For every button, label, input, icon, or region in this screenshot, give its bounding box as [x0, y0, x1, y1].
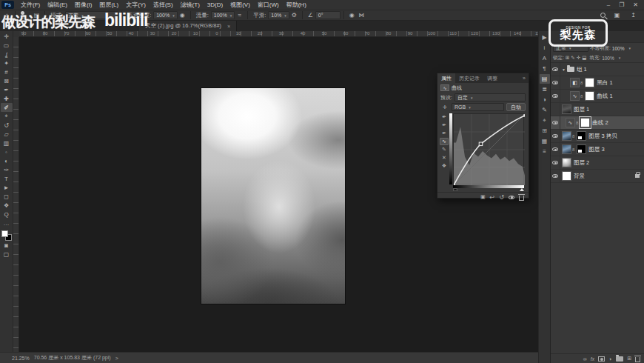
lasso-tool-icon[interactable]: ʆ	[1, 50, 13, 59]
black-white-adjustment-icon[interactable]: ◧	[570, 78, 580, 87]
link-layers-icon[interactable]: ∞	[583, 356, 587, 362]
layer-row-layer1[interactable]: 图层 1	[551, 103, 644, 116]
group-expand-caret-icon[interactable]: ▼	[562, 67, 566, 72]
workspace-switcher-icon[interactable]: ▣	[612, 12, 622, 19]
frame-tool-icon[interactable]: ⊠	[1, 76, 13, 85]
horizontal-ruler[interactable]: 9080706050403020100102030405060708090100…	[13, 31, 538, 37]
layer-row-layer3[interactable]: 8 图层 3	[551, 143, 644, 156]
hand-tool-icon[interactable]: ❖	[1, 201, 13, 210]
mask-link-icon[interactable]: 8	[580, 94, 583, 99]
edit-toolbar-icon[interactable]: …	[1, 219, 13, 227]
crop-tool-icon[interactable]: #	[1, 67, 13, 76]
menu-help[interactable]: 帮助(H)	[283, 1, 310, 9]
glyphs-panel-icon[interactable]: ≣	[540, 84, 550, 94]
pressure-opacity-icon[interactable]: ◉	[178, 12, 187, 19]
symmetry-icon[interactable]: ⋈	[357, 12, 366, 19]
layer-name[interactable]: 组 1	[577, 66, 587, 73]
hand-drag-icon[interactable]: ❖	[440, 162, 449, 170]
opacity-select[interactable]: 100% ▾	[153, 11, 177, 19]
move-tool-icon[interactable]: ✛	[1, 32, 13, 41]
layer-mask-thumbnail[interactable]	[577, 131, 586, 141]
auto-button[interactable]: 自动	[506, 103, 526, 111]
layer-row-layer2[interactable]: 图层 2	[551, 156, 644, 170]
search-icon[interactable]	[600, 13, 606, 18]
tab-history[interactable]: 历史记录	[455, 73, 483, 83]
quick-mask-icon[interactable]: ◙	[1, 241, 13, 250]
menu-3d[interactable]: 3D(D)	[204, 1, 227, 8]
mask-link-icon[interactable]: 8	[572, 147, 574, 152]
type-tool-icon[interactable]: T	[1, 174, 13, 183]
swatches-panel-icon[interactable]: ◑	[540, 95, 550, 104]
highlight-input-slider[interactable]	[520, 188, 524, 191]
minimize-icon[interactable]: –	[607, 1, 610, 8]
gradient-tool-icon[interactable]: ▥	[1, 139, 13, 147]
paths-panel-icon[interactable]: ▦	[540, 136, 550, 146]
view-previous-state-icon[interactable]: ↩	[490, 194, 495, 201]
channel-select[interactable]: RGB ▾	[452, 103, 504, 111]
new-adjustment-layer-icon[interactable]: ◑	[608, 356, 611, 362]
blur-tool-icon[interactable]: ◦	[1, 147, 13, 156]
targeted-adjustment-icon[interactable]: ✛	[440, 104, 449, 111]
lock-pixels-icon[interactable]: ✎	[571, 55, 574, 61]
menu-window[interactable]: 窗口(W)	[254, 1, 283, 9]
mask-link-icon[interactable]: 8	[580, 81, 583, 85]
add-layer-mask-icon[interactable]	[598, 356, 605, 362]
layer-mask-thumbnail[interactable]	[585, 78, 594, 87]
layer-mask-thumbnail[interactable]	[585, 91, 594, 101]
healing-brush-tool-icon[interactable]: ✚	[1, 94, 13, 103]
layer-name[interactable]: 曲线 1	[597, 93, 612, 100]
status-chevron-icon[interactable]: >	[115, 356, 118, 361]
new-layer-icon[interactable]: ⊞	[627, 356, 631, 362]
layer-mask-thumbnail[interactable]	[577, 144, 586, 154]
paragraph-panel-icon[interactable]: ¶	[540, 64, 550, 73]
layer-thumbnail[interactable]	[562, 131, 571, 141]
clone-source-panel-icon[interactable]: ⌖	[540, 116, 550, 125]
info-panel-icon[interactable]: i	[540, 43, 550, 53]
layer-name[interactable]: 背景	[574, 173, 585, 180]
layer-thumbnail[interactable]	[562, 144, 571, 154]
brush-angle-input[interactable]: 0°	[315, 11, 341, 19]
layer-thumbnail[interactable]	[562, 158, 571, 167]
menu-view[interactable]: 视图(V)	[227, 1, 254, 9]
ruler-origin-corner[interactable]	[13, 31, 19, 37]
restore-icon[interactable]: ❐	[619, 1, 624, 8]
white-point-eyedropper-icon[interactable]: ✒	[440, 130, 449, 137]
layer-name[interactable]: 黑白 1	[597, 79, 612, 87]
new-group-folder-icon[interactable]	[616, 356, 623, 362]
layer-row-layer3-copy[interactable]: 8 图层 3 拷贝	[551, 130, 644, 143]
document-tab[interactable]: 天空 (2).jpg @ 16.7%(RGB/8#) ×	[139, 21, 237, 31]
mask-link-icon[interactable]: 8	[572, 134, 574, 139]
menu-file[interactable]: 文件(F)	[17, 1, 44, 9]
visibility-cell[interactable]	[551, 143, 560, 156]
visibility-cell[interactable]	[551, 156, 560, 169]
layer-name[interactable]: 曲线 2	[592, 119, 608, 127]
lock-transparency-icon[interactable]: ⊞	[566, 55, 569, 61]
curves-adjustment-icon[interactable]: ∿	[566, 118, 575, 127]
clip-to-layer-icon[interactable]: ▣	[480, 194, 486, 200]
clone-stamp-tool-icon[interactable]: ⌖	[1, 112, 13, 121]
brush-tool-icon[interactable]: ✐	[1, 103, 13, 112]
smooth-curve-icon[interactable]: ✕	[440, 154, 449, 161]
visibility-cell[interactable]	[551, 63, 560, 76]
foreground-color-swatch[interactable]	[1, 230, 8, 237]
photoshop-app-icon[interactable]: Ps	[1, 1, 14, 9]
flow-select[interactable]: 100% ▾	[211, 11, 235, 19]
zoom-tool-icon[interactable]: Q	[1, 210, 13, 219]
airbrush-icon[interactable]: ≈	[235, 12, 244, 19]
properties-panel-icon[interactable]: ▤	[540, 74, 550, 84]
marquee-tool-icon[interactable]: ▭	[1, 41, 13, 50]
eyedropper-tool-icon[interactable]: ✒	[1, 85, 13, 94]
layer-comps-panel-icon[interactable]: ≡	[540, 147, 550, 156]
layer-name[interactable]: 图层 3	[588, 146, 604, 153]
visibility-cell[interactable]	[551, 90, 560, 102]
zoom-level-field[interactable]: 21.25%	[12, 356, 30, 361]
delete-layer-trash-icon[interactable]	[635, 357, 640, 362]
layer-name[interactable]: 图层 3 拷贝	[588, 133, 617, 140]
visibility-cell[interactable]	[551, 76, 560, 89]
layer-row-group1[interactable]: ▼ 组 1	[551, 63, 644, 76]
tab-adjustments[interactable]: 调整	[483, 73, 501, 83]
menu-layer[interactable]: 图层(L)	[95, 1, 122, 9]
lock-all-icon[interactable]: ⬓	[582, 55, 586, 61]
layer-name[interactable]: 图层 2	[574, 159, 589, 167]
shape-tool-icon[interactable]: ◻	[1, 192, 13, 201]
